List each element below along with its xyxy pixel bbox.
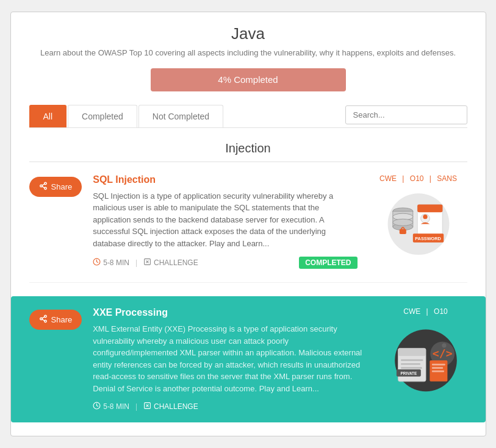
tag-sans[interactable]: SANS [437, 174, 457, 183]
challenge-label-sql[interactable]: CHALLENGE [154, 258, 198, 267]
completed-badge-sql: COMPLETED [299, 257, 357, 269]
svg-point-14 [392, 219, 412, 226]
tag-cwe[interactable]: CWE [379, 174, 397, 183]
svg-point-19 [423, 215, 427, 219]
progress-label: 4% Completed [218, 74, 278, 85]
tag-cwe-xxe[interactable]: CWE [403, 307, 420, 316]
card-content-xxe: XXE Processing XML External Entity (XXE)… [93, 307, 364, 411]
sql-illustration: PASSWORD [379, 188, 458, 255]
challenge-icon-xxe [143, 402, 151, 411]
svg-line-3 [42, 187, 45, 188]
filter-row: All Completed Not Completed [29, 105, 467, 128]
meta-challenge-sql: CHALLENGE [143, 258, 198, 268]
svg-text:PASSWORD: PASSWORD [415, 236, 441, 241]
tag-sep2: | [430, 174, 431, 183]
svg-rect-33 [398, 349, 425, 357]
share-icon-xxe [39, 315, 48, 325]
challenge-icon-sql [143, 258, 151, 268]
tag-o10-xxe[interactable]: O10 [434, 307, 448, 316]
card-meta-xxe: 5-8 MIN | CHALLENGE [93, 402, 364, 411]
card-row-xxe: Share XXE Processing XML External Entity… [11, 296, 486, 422]
tag-sep1: | [402, 174, 404, 183]
share-label: Share [51, 182, 73, 191]
page-subtitle: Learn about the OWASP Top 10 covering al… [29, 48, 467, 57]
svg-rect-44 [431, 371, 444, 372]
svg-line-26 [42, 317, 45, 318]
tab-all[interactable]: All [29, 105, 67, 127]
meta-time-sql: 5-8 MIN [93, 258, 129, 268]
svg-point-45 [442, 343, 446, 347]
svg-rect-34 [401, 360, 423, 361]
challenge-label-xxe[interactable]: CHALLENGE [154, 402, 198, 411]
svg-rect-15 [399, 229, 406, 234]
search-container [345, 105, 467, 127]
svg-rect-42 [431, 364, 445, 366]
tab-completed[interactable]: Completed [68, 105, 137, 127]
inner-content: Java Learn about the OWASP Top 10 coveri… [11, 12, 486, 423]
card-tags-xxe: CWE | O10 [401, 307, 449, 316]
svg-text:PRIVATE: PRIVATE [400, 371, 417, 375]
svg-line-4 [42, 184, 45, 185]
meta-time-xxe: 5-8 MIN [93, 402, 129, 411]
card-row: Share SQL Injection SQL Injection is a t… [29, 174, 467, 283]
filter-tabs: All Completed Not Completed [29, 105, 345, 127]
section-title: Injection [29, 128, 467, 162]
xxe-illustration: PRIVATE </> [383, 321, 469, 393]
card-title-xxe: XXE Processing [93, 307, 364, 318]
svg-rect-35 [401, 363, 420, 365]
time-label-xxe: 5-8 MIN [103, 402, 129, 411]
card-image-xxe: CWE | O10 PRIVATE [377, 307, 475, 393]
clock-icon-xxe [93, 402, 101, 411]
progress-bar: 4% Completed [151, 68, 346, 91]
card-image-sql: CWE | O10 | SANS [370, 174, 467, 260]
page-title: Java [29, 24, 467, 43]
tab-not-completed[interactable]: Not Completed [138, 105, 223, 127]
search-input[interactable] [345, 105, 467, 124]
share-icon [39, 182, 48, 192]
svg-rect-17 [417, 204, 442, 212]
tag-sep-xxe: | [426, 307, 430, 316]
time-label-sql: 5-8 MIN [103, 258, 129, 267]
svg-line-25 [42, 319, 45, 321]
share-button-xxe[interactable]: Share [29, 310, 82, 330]
svg-rect-43 [431, 367, 442, 369]
tag-o10[interactable]: O10 [410, 174, 424, 183]
card-tags-sql: CWE | O10 | SANS [378, 174, 459, 183]
card-desc-sql: SQL Injection is a type of application s… [93, 190, 357, 250]
card-content-sql: SQL Injection SQL Injection is a type of… [93, 174, 357, 269]
share-label-xxe: Share [51, 315, 73, 324]
separator-sql: | [135, 258, 137, 267]
clock-icon [93, 258, 101, 268]
meta-challenge-xxe: CHALLENGE [143, 402, 198, 411]
svg-text:</>: </> [432, 347, 452, 360]
page-container: Java Learn about the OWASP Top 10 coveri… [10, 12, 486, 437]
card-title-sql: SQL Injection [93, 174, 357, 185]
separator-xxe: | [135, 402, 137, 411]
share-button-sql[interactable]: Share [29, 177, 82, 197]
svg-rect-36 [401, 367, 422, 369]
card-meta-sql: 5-8 MIN | CHALLENGE COMPLETED [93, 257, 357, 269]
card-desc-xxe: XML External Entity (XXE) Processing is … [93, 323, 364, 394]
